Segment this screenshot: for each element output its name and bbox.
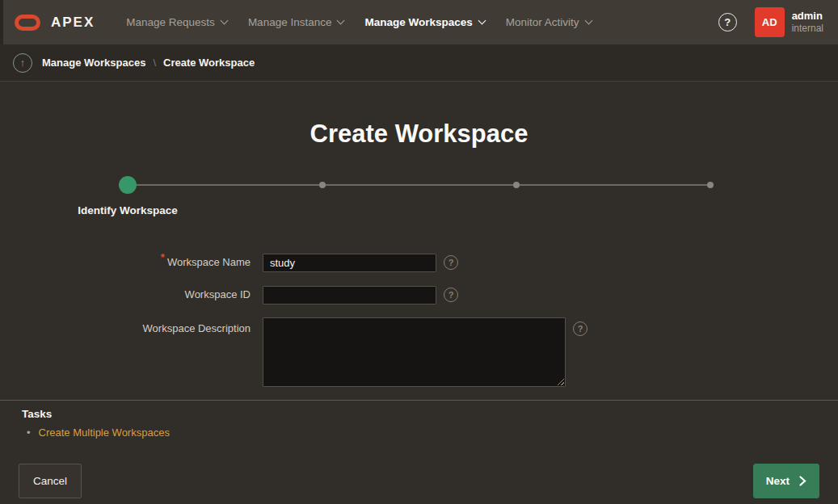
wizard-progress: Identify Workspace xyxy=(0,174,838,225)
chevron-down-icon xyxy=(220,17,228,25)
nav-label: Monitor Activity xyxy=(506,16,579,28)
top-navigation-bar: APEX Manage Requests Manage Instance Man… xyxy=(0,0,838,44)
workspace-description-label: Workspace Description xyxy=(0,317,251,335)
breadcrumb-parent[interactable]: Manage Workspaces xyxy=(42,57,145,69)
up-arrow-icon[interactable]: ↑ xyxy=(13,53,32,73)
wizard-current-step-label: Identify Workspace xyxy=(78,204,178,216)
form-row-workspace-description: Workspace Description ? xyxy=(0,317,838,387)
avatar[interactable]: AD xyxy=(755,7,785,37)
main-content: Create Workspace Identify Workspace *Wor… xyxy=(0,82,838,504)
workspace-id-label: Workspace ID xyxy=(0,285,251,304)
breadcrumb: ↑ Manage Workspaces \ Create Workspace xyxy=(0,44,838,82)
nav-manage-requests[interactable]: Manage Requests xyxy=(126,16,227,28)
wizard-step-2-dot xyxy=(319,182,326,188)
tasks-heading: Tasks xyxy=(22,408,838,420)
chevron-down-icon xyxy=(478,17,486,25)
workspace-name-help-icon[interactable]: ? xyxy=(444,255,458,270)
form-row-workspace-name: *Workspace Name ? xyxy=(0,253,838,272)
cancel-button[interactable]: Cancel xyxy=(19,464,82,498)
brand-title: APEX xyxy=(51,15,95,31)
nav-label: Manage Requests xyxy=(126,16,215,28)
wizard-step-3-dot xyxy=(513,182,520,188)
breadcrumb-current: Create Workspace xyxy=(163,57,255,69)
page-title: Create Workspace xyxy=(0,82,838,151)
workspace-id-help-icon[interactable]: ? xyxy=(444,288,458,302)
chevron-right-icon xyxy=(799,476,806,486)
nav-manage-instance[interactable]: Manage Instance xyxy=(248,16,344,28)
workspace-name-label: *Workspace Name xyxy=(0,253,251,272)
bullet-icon: • xyxy=(27,426,31,439)
next-button-label: Next xyxy=(766,474,790,488)
workspace-description-textarea[interactable] xyxy=(263,317,566,387)
create-multiple-workspaces-link[interactable]: Create Multiple Workspaces xyxy=(39,426,170,439)
form-row-workspace-id: Workspace ID ? xyxy=(0,285,838,304)
user-info: admin internal xyxy=(792,10,823,35)
chevron-down-icon xyxy=(584,17,592,25)
nav-label: Manage Workspaces xyxy=(364,16,472,28)
nav-manage-workspaces[interactable]: Manage Workspaces xyxy=(364,16,484,28)
required-marker: * xyxy=(161,251,165,263)
tasks-region: Tasks • Create Multiple Workspaces xyxy=(0,400,838,439)
wizard-track-line xyxy=(128,184,711,186)
workspace-description-wrap xyxy=(263,317,566,387)
user-realm: internal xyxy=(792,23,823,35)
next-button[interactable]: Next xyxy=(753,464,819,498)
help-icon[interactable]: ? xyxy=(718,13,737,32)
list-item: • Create Multiple Workspaces xyxy=(22,426,838,439)
wizard-step-4-dot xyxy=(707,182,714,188)
nav-monitor-activity[interactable]: Monitor Activity xyxy=(506,16,592,28)
wizard-buttons-bar: Cancel Next xyxy=(0,452,838,498)
wizard-step-1-dot-current xyxy=(119,176,137,194)
nav-label: Manage Instance xyxy=(248,16,332,28)
oracle-logo-icon xyxy=(15,15,40,31)
workspace-id-input[interactable] xyxy=(263,286,436,304)
workspace-description-help-icon[interactable]: ? xyxy=(573,321,587,336)
breadcrumb-separator: \ xyxy=(153,57,156,69)
workspace-name-input[interactable] xyxy=(263,254,436,272)
chevron-down-icon xyxy=(337,17,345,25)
workspace-form: *Workspace Name ? Workspace ID ? Workspa… xyxy=(0,245,838,387)
user-name: admin xyxy=(792,10,823,23)
